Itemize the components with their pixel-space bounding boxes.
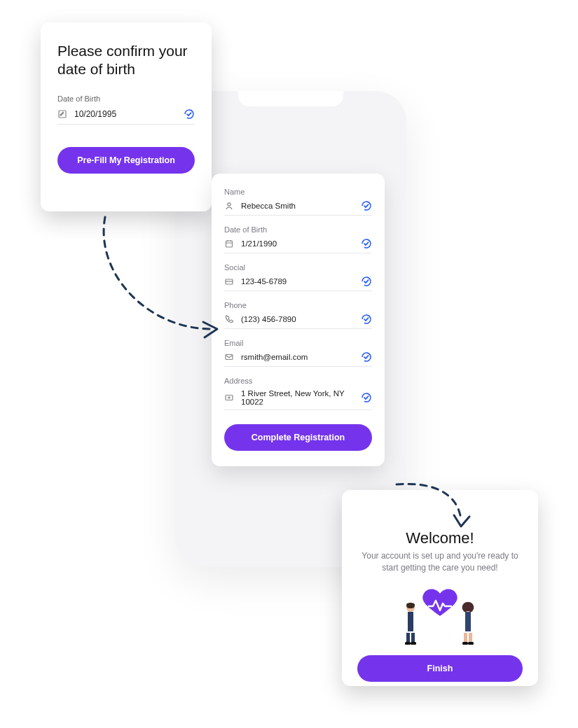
field-row-card[interactable]: 123-45-6789 (224, 276, 372, 291)
edit-icon (57, 109, 67, 119)
check-icon (361, 276, 372, 287)
field-row-mail[interactable]: rsmith@email.com (224, 351, 372, 367)
field-value: 123-45-6789 (241, 277, 287, 286)
field-value: Rebecca Smith (241, 202, 296, 210)
svg-rect-17 (464, 633, 467, 643)
svg-rect-10 (406, 633, 410, 643)
mail-icon (224, 352, 234, 362)
check-icon (361, 238, 372, 249)
field-value: 1/21/1990 (241, 239, 277, 248)
prefill-button[interactable]: Pre-Fill My Registration (57, 147, 195, 174)
field-value: (123) 456-7890 (241, 315, 296, 323)
check-icon (361, 351, 372, 363)
dob-field-label: Date of Birth (57, 94, 195, 103)
welcome-card: Welcome! Your account is set up and you'… (342, 490, 538, 686)
svg-rect-12 (405, 642, 411, 645)
phone-notch (238, 91, 343, 106)
calendar-icon (224, 239, 234, 248)
field-label-calendar: Date of Birth (224, 225, 372, 234)
confirm-dob-card: Please confirm your date of birth Date o… (41, 22, 212, 211)
finish-button[interactable]: Finish (357, 655, 523, 682)
svg-rect-13 (411, 642, 416, 645)
welcome-title: Welcome! (357, 529, 523, 547)
complete-registration-button[interactable]: Complete Registration (224, 424, 372, 451)
field-row-calendar[interactable]: 1/21/1990 (224, 238, 372, 253)
field-label-user: Name (224, 188, 372, 196)
field-label-mail: Email (224, 339, 372, 347)
confirm-dob-title: Please confirm your date of birth (57, 42, 195, 79)
svg-rect-20 (468, 642, 474, 645)
field-row-map[interactable]: 1 River Street, New York, NY 10022 (224, 389, 372, 410)
field-value: rsmith@email.com (241, 353, 308, 361)
user-icon (224, 201, 234, 211)
check-icon (184, 108, 195, 120)
field-label-map: Address (224, 377, 372, 385)
welcome-subtitle: Your account is set up and you're ready … (357, 550, 523, 574)
registration-form-card: NameRebecca SmithDate of Birth1/21/1990S… (212, 174, 385, 466)
map-icon (224, 393, 234, 402)
svg-rect-9 (408, 612, 413, 631)
card-icon (224, 276, 234, 286)
check-icon (361, 314, 372, 325)
dob-input-row[interactable]: 10/20/1995 (57, 108, 195, 125)
field-label-phone: Phone (224, 301, 372, 309)
phone-icon (224, 314, 234, 324)
svg-rect-11 (411, 633, 415, 643)
dob-value: 10/20/1995 (74, 109, 116, 119)
svg-rect-18 (469, 633, 472, 643)
field-row-user[interactable]: Rebecca Smith (224, 200, 372, 216)
field-label-card: Social (224, 263, 372, 272)
check-icon (361, 200, 372, 211)
svg-rect-19 (462, 642, 468, 645)
doctors-illustration (357, 581, 523, 645)
svg-rect-16 (465, 612, 471, 631)
field-value: 1 River Street, New York, NY 10022 (241, 389, 361, 406)
check-icon (361, 392, 372, 403)
field-row-phone[interactable]: (123) 456-7890 (224, 314, 372, 329)
